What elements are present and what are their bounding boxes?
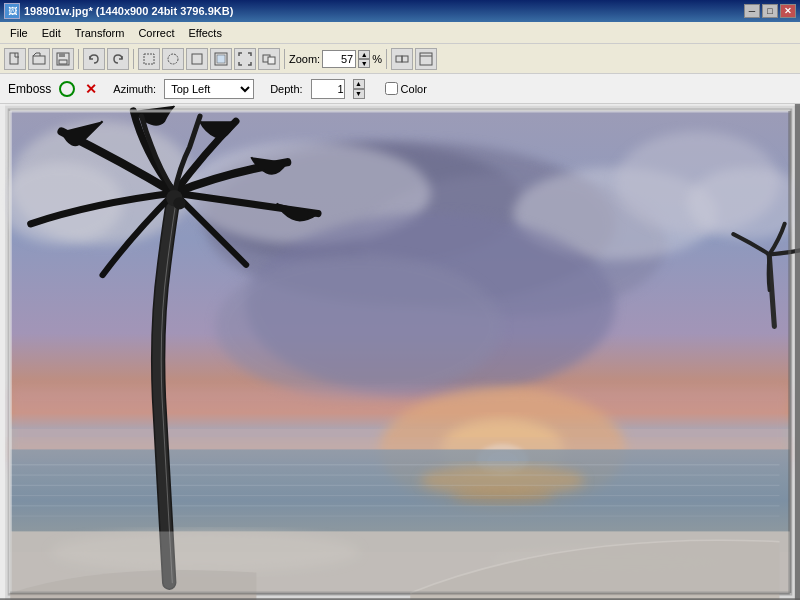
svg-rect-12 [396,56,402,62]
ellipse-select-button[interactable] [162,48,184,70]
menu-effects[interactable]: Effects [182,25,227,41]
resize-button[interactable] [391,48,413,70]
azimuth-label: Azimuth: [113,83,156,95]
svg-point-6 [168,54,178,64]
depth-label: Depth: [270,83,302,95]
svg-rect-54 [10,531,789,593]
image-area [0,104,800,600]
svg-point-49 [173,197,185,209]
svg-rect-14 [420,53,432,65]
close-button[interactable]: ✕ [780,4,796,18]
depth-input[interactable] [311,79,345,99]
save-button[interactable] [52,48,74,70]
menu-edit[interactable]: Edit [36,25,67,41]
minimize-button[interactable]: ─ [744,4,760,18]
toolbar: Zoom: ▲ ▼ % [0,44,800,74]
azimuth-select[interactable]: Top Left Top Top Right Left Right Bottom… [164,79,254,99]
zoom-up-arrow[interactable]: ▲ [358,50,370,59]
emboss-cancel-button[interactable]: ✕ [83,81,99,97]
app-icon: 🖼 [4,3,20,19]
image-canvas [0,104,800,600]
svg-rect-9 [217,55,225,63]
menu-transform[interactable]: Transform [69,25,131,41]
depth-spinner: ▲ ▼ [353,79,365,99]
svg-rect-11 [268,57,275,64]
rect-select-button[interactable] [138,48,160,70]
open-button[interactable] [28,48,50,70]
separator-4 [386,49,387,69]
window-controls: ─ □ ✕ [744,4,796,18]
new-button[interactable] [4,48,26,70]
menu-file[interactable]: File [4,25,34,41]
undo-button[interactable] [83,48,105,70]
view-normal-button[interactable] [186,48,208,70]
depth-down-arrow[interactable]: ▼ [353,89,365,99]
svg-rect-13 [402,56,408,62]
fit-window-button[interactable] [210,48,232,70]
zoom-unit: % [372,53,382,65]
emboss-bar: Emboss ✕ Azimuth: Top Left Top Top Right… [0,74,800,104]
separator-2 [133,49,134,69]
window-button[interactable] [415,48,437,70]
scene-image [0,104,800,600]
fullscreen-button[interactable] [234,48,256,70]
title-bar-left: 🖼 198901w.jpg* (1440x900 24bit 3796.9KB) [4,3,233,19]
color-checkbox-label[interactable]: Color [385,82,427,95]
color-checkbox[interactable] [385,82,398,95]
zoom-container: Zoom: ▲ ▼ % [289,50,382,68]
zoom-down-arrow[interactable]: ▼ [358,59,370,68]
emboss-label: Emboss [8,82,51,96]
zoom-label: Zoom: [289,53,320,65]
svg-rect-7 [192,54,202,64]
color-label: Color [401,83,427,95]
separator-3 [284,49,285,69]
zoom-actual-button[interactable] [258,48,280,70]
emboss-ok-button[interactable] [59,81,75,97]
zoom-input[interactable] [322,50,356,68]
separator-1 [78,49,79,69]
menu-correct[interactable]: Correct [132,25,180,41]
maximize-button[interactable]: □ [762,4,778,18]
svg-rect-1 [33,56,45,64]
svg-rect-3 [59,53,65,57]
svg-rect-0 [10,53,18,64]
svg-point-29 [215,255,502,399]
svg-rect-5 [144,54,154,64]
svg-rect-4 [59,60,67,64]
title-bar: 🖼 198901w.jpg* (1440x900 24bit 3796.9KB)… [0,0,800,22]
menu-bar: File Edit Transform Correct Effects [0,22,800,44]
window-title: 198901w.jpg* (1440x900 24bit 3796.9KB) [24,5,233,17]
zoom-spinner: ▲ ▼ [358,50,370,68]
redo-button[interactable] [107,48,129,70]
depth-up-arrow[interactable]: ▲ [353,79,365,89]
